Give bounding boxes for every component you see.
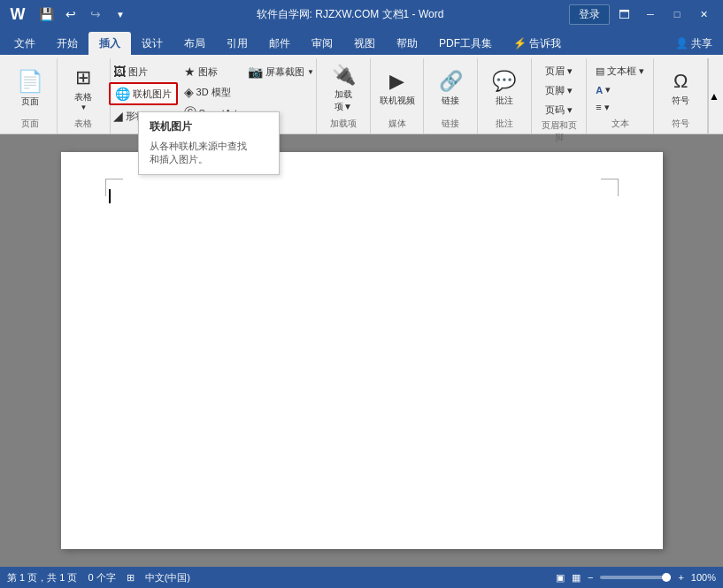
tab-file[interactable]: 文件 <box>4 32 46 55</box>
footer-button[interactable]: 页脚 ▾ <box>541 81 577 100</box>
zoom-minus-button[interactable]: − <box>588 572 593 583</box>
tooltip-desc: 从各种联机来源中查找 和插入图片。 <box>150 140 268 167</box>
group-label-links: 链接 <box>442 118 459 134</box>
table-button[interactable]: ⊞ 表格 ▼ <box>62 62 104 115</box>
tab-design[interactable]: 设计 <box>131 32 173 55</box>
status-bar-right: ▣ ▦ − + 100% <box>556 572 716 584</box>
tab-view[interactable]: 视图 <box>343 32 386 55</box>
app-window: W 💾 ↩ ↪ ▼ 软件自学网: RJZXW.COM 文档1 - Word 登录… <box>0 0 723 588</box>
page-button[interactable]: 📄 页面 <box>9 62 51 115</box>
3d-models-icon: ◈ <box>184 85 194 99</box>
save-button[interactable]: 💾 <box>35 4 57 25</box>
customize-quick-access-button[interactable]: ▼ <box>110 4 131 25</box>
online-video-label: 联机视频 <box>380 95 415 107</box>
margin-mark-top-right <box>601 179 619 196</box>
ribbon: 📄 页面 页面 ⊞ 表格 ▼ 表格 🖼 <box>0 55 723 134</box>
addins-button[interactable]: 🔌 加载 项▼ <box>322 62 365 115</box>
link-icon: 🔗 <box>439 70 463 93</box>
tab-tell-me[interactable]: ⚡告诉我 <box>503 32 572 55</box>
document-page[interactable] <box>61 152 663 549</box>
tab-layout[interactable]: 布局 <box>173 32 216 55</box>
link-button[interactable]: 🔗 链接 <box>429 62 472 115</box>
text-cursor <box>109 189 116 203</box>
ribbon-group-media: ▶ 联机视频 媒体 <box>371 58 425 134</box>
online-video-icon: ▶ <box>389 70 404 93</box>
online-picture-button[interactable]: 🌐 联机图片 <box>109 82 178 105</box>
spell-check-icon: ⊞ <box>127 572 135 584</box>
3d-models-label: 3D 模型 <box>196 86 231 99</box>
layout-view-icon2[interactable]: ▦ <box>572 572 581 584</box>
ribbon-group-page: 📄 页面 页面 <box>4 58 58 134</box>
header-button[interactable]: 页眉 ▾ <box>541 62 577 80</box>
icons-button[interactable]: ★ 图标 <box>180 62 242 81</box>
ribbon-group-illustrations: 🖼 图片 🌐 联机图片 ◢ 形状 ▼ ★ <box>111 58 317 134</box>
ribbon-group-addins-content: 🔌 加载 项▼ <box>322 58 365 118</box>
textbox-button[interactable]: ▤ 文本框 ▾ <box>591 62 649 80</box>
tooltip-desc-part1: 从各种联机来源中查找 <box>150 141 247 151</box>
ribbon-group-text-content: ▤ 文本框 ▾ A ▾ ≡ ▾ <box>591 58 649 118</box>
online-picture-label: 联机图片 <box>133 88 172 101</box>
word-logo-icon: W <box>7 4 28 25</box>
share-button[interactable]: 👤共享 <box>665 32 723 55</box>
tooltip-desc-part2: 和插入图片。 <box>150 154 208 164</box>
group-label-table: 表格 <box>74 118 92 134</box>
shapes-icon: ◢ <box>113 109 123 123</box>
zoom-plus-button[interactable]: + <box>678 572 683 583</box>
icons-icon: ★ <box>184 65 196 79</box>
ribbon-group-header-footer: 页眉 ▾ 页脚 ▾ 页码 ▾ 页眉和页脚 <box>532 58 587 134</box>
addins-label2: 项▼ <box>335 101 352 113</box>
tab-help[interactable]: 帮助 <box>386 32 428 55</box>
ribbon-group-page-content: 📄 页面 <box>9 58 51 118</box>
group-label-addins: 加载项 <box>330 118 357 134</box>
screenshot-label: 屏幕截图 <box>265 65 304 79</box>
textbox-label: 文本框 ▾ <box>607 65 644 78</box>
wordart-button[interactable]: A ▾ <box>591 81 649 98</box>
tab-insert[interactable]: 插入 <box>88 32 131 55</box>
redo-button[interactable]: ↪ <box>85 4 106 25</box>
symbol-button[interactable]: Ω 符号 <box>659 62 702 115</box>
ribbon-group-header-footer-content: 页眉 ▾ 页脚 ▾ 页码 ▾ <box>541 58 577 119</box>
page-number-button[interactable]: 页码 ▾ <box>541 101 577 119</box>
ribbon-group-symbols: Ω 符号 符号 <box>654 58 708 134</box>
zoom-slider[interactable] <box>600 576 671 579</box>
textbox-icon: ▤ <box>596 65 604 77</box>
tab-references[interactable]: 引用 <box>216 32 258 55</box>
title-bar-controls: 登录 🗖 ─ □ ✕ <box>569 4 716 25</box>
addins-icon: 🔌 <box>332 64 356 87</box>
group-label-media: 媒体 <box>388 118 406 134</box>
ribbon-group-table: ⊞ 表格 ▼ 表格 <box>58 58 112 134</box>
picture-button[interactable]: 🖼 图片 <box>109 62 178 81</box>
tab-mailings[interactable]: 邮件 <box>258 32 301 55</box>
illustrations-col3: 📷 屏幕截图 ▼ <box>243 62 319 81</box>
group-label-comment: 批注 <box>496 118 513 134</box>
page-number-label: 页码 ▾ <box>545 103 573 117</box>
ribbon-group-addins: 🔌 加载 项▼ 加载项 <box>317 58 371 134</box>
tab-review[interactable]: 审阅 <box>301 32 343 55</box>
language: 中文(中国) <box>145 571 190 584</box>
layout-view-icon1[interactable]: ▣ <box>556 572 565 584</box>
undo-button[interactable]: ↩ <box>60 4 81 25</box>
tab-pdf[interactable]: PDF工具集 <box>428 32 503 55</box>
table-icon: ⊞ <box>75 66 91 89</box>
comment-label: 批注 <box>496 95 513 107</box>
status-bar: 第 1 页，共 1 页 0 个字 ⊞ 中文(中国) ▣ ▦ − + 100% <box>0 567 723 588</box>
comment-button[interactable]: 💬 批注 <box>483 62 526 115</box>
ribbon-scroll-button[interactable]: ▲ <box>708 58 719 134</box>
title-bar-title: 软件自学网: RJZXW.COM 文档1 - Word <box>131 7 569 22</box>
ribbon-display-button[interactable]: 🗖 <box>611 5 636 23</box>
ribbon-group-comment: 💬 批注 批注 <box>478 58 532 134</box>
dropcap-button[interactable]: ≡ ▾ <box>591 99 649 116</box>
restore-button[interactable]: □ <box>665 5 689 23</box>
tab-home[interactable]: 开始 <box>46 32 88 55</box>
screenshot-button[interactable]: 📷 屏幕截图 ▼ <box>243 62 319 81</box>
picture-icon: 🖼 <box>113 65 126 79</box>
group-label-page: 页面 <box>21 118 39 134</box>
close-button[interactable]: ✕ <box>691 5 716 23</box>
login-button[interactable]: 登录 <box>569 4 610 25</box>
icons-label: 图标 <box>198 65 218 79</box>
online-video-button[interactable]: ▶ 联机视频 <box>376 62 419 115</box>
3d-models-button[interactable]: ◈ 3D 模型 <box>180 82 242 102</box>
title-bar: W 💾 ↩ ↪ ▼ 软件自学网: RJZXW.COM 文档1 - Word 登录… <box>0 0 723 28</box>
minimize-button[interactable]: ─ <box>638 5 663 23</box>
ribbon-tabs: 文件 开始 插入 设计 布局 引用 邮件 审阅 视图 帮助 PDF工具集 ⚡告诉… <box>0 28 723 55</box>
